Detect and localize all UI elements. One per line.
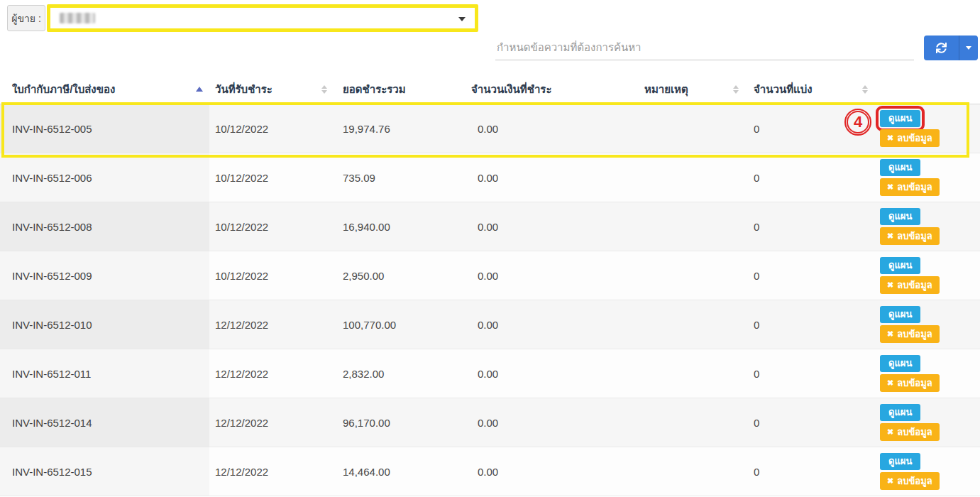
table-header-row: ใบกำกับภาษี/ใบส่งของ วันที่รับชำระ ยอดชำ… (0, 75, 980, 104)
invoice-cell: INV-IN-6512-010 (0, 300, 209, 349)
seller-select-dropdown[interactable] (47, 4, 478, 32)
payment-date-cell: 12/12/2022 (209, 398, 334, 447)
table-row: INV-IN-6512-014 12/12/2022 96,170.00 0.0… (0, 398, 980, 447)
view-plan-button[interactable]: ดูแผน (880, 159, 920, 176)
actions-cell: ดูแผน ✖ ลบข้อมูล (874, 349, 980, 398)
total-amount-cell: 2,832.00 (334, 349, 461, 398)
payment-date-cell: 12/12/2022 (209, 447, 334, 496)
note-cell (635, 447, 745, 496)
sort-both-icon (862, 85, 868, 94)
paid-amount-cell: 0.00 (461, 153, 635, 202)
table-row: INV-IN-6512-005 10/12/2022 19,974.76 0.0… (0, 104, 980, 153)
view-plan-button[interactable]: ดูแผน (880, 453, 920, 470)
x-icon: ✖ (887, 280, 893, 290)
split-count-cell: 0 (745, 398, 874, 447)
payment-date-cell: 12/12/2022 (209, 349, 334, 398)
note-cell (635, 202, 745, 251)
column-header-splits[interactable]: จำนวนที่แบ่ง (745, 75, 874, 104)
note-cell (635, 398, 745, 447)
paid-amount-cell: 0.00 (461, 398, 635, 447)
delete-button[interactable]: ✖ ลบข้อมูล (880, 472, 940, 491)
view-plan-button[interactable]: ดูแผน (880, 404, 920, 421)
delete-button[interactable]: ✖ ลบข้อมูล (880, 374, 940, 393)
refresh-button[interactable] (924, 36, 959, 60)
split-count-cell: 0 (745, 300, 874, 349)
delete-button-label: ลบข้อมูล (897, 182, 932, 193)
column-header-date[interactable]: วันที่รับชำระ (209, 75, 334, 104)
column-header-actions (874, 75, 980, 104)
view-plan-button[interactable]: ดูแผน (880, 110, 920, 127)
sort-both-icon (733, 85, 739, 94)
actions-cell: ดูแผน ✖ ลบข้อมูล (874, 398, 980, 447)
seller-label: ผู้ขาย : (7, 5, 45, 31)
invoice-cell: INV-IN-6512-015 (0, 447, 209, 496)
invoice-cell: INV-IN-6512-014 (0, 398, 209, 447)
column-header-invoice[interactable]: ใบกำกับภาษี/ใบส่งของ (0, 75, 209, 104)
column-header-label: จำนวนเงินที่ชำระ (471, 81, 551, 98)
view-plan-button[interactable]: ดูแผน (880, 355, 920, 372)
caret-down-icon (966, 46, 971, 50)
delete-button[interactable]: ✖ ลบข้อมูล (880, 325, 940, 344)
view-plan-button[interactable]: ดูแผน (880, 306, 920, 323)
note-cell (635, 349, 745, 398)
chevron-down-icon (458, 17, 466, 21)
paid-amount-cell: 0.00 (461, 251, 635, 300)
split-count-cell: 0 (745, 251, 874, 300)
x-icon: ✖ (887, 231, 893, 241)
actions-cell: ดูแผน ✖ ลบข้อมูล (874, 300, 980, 349)
payment-date-cell: 10/12/2022 (209, 153, 334, 202)
step-number: 4 (854, 114, 862, 130)
delete-button[interactable]: ✖ ลบข้อมูล (880, 423, 940, 442)
refresh-icon (936, 43, 947, 53)
delete-button-label: ลบข้อมูล (897, 378, 932, 389)
delete-button-label: ลบข้อมูล (897, 231, 932, 242)
payment-date-cell: 10/12/2022 (209, 104, 334, 153)
invoice-cell: INV-IN-6512-008 (0, 202, 209, 251)
delete-button-label: ลบข้อมูล (897, 427, 932, 438)
actions-cell: ดูแผน ✖ ลบข้อมูล (874, 153, 980, 202)
refresh-dropdown-button[interactable] (959, 36, 978, 60)
note-cell (635, 153, 745, 202)
payment-date-cell: 12/12/2022 (209, 300, 334, 349)
split-count-cell: 0 (745, 202, 874, 251)
delete-button[interactable]: ✖ ลบข้อมูล (880, 178, 940, 197)
search-input[interactable] (495, 34, 914, 60)
x-icon: ✖ (887, 378, 893, 388)
x-icon: ✖ (887, 329, 893, 339)
view-plan-button[interactable]: ดูแผน (880, 208, 920, 225)
view-plan-button[interactable]: ดูแผน (880, 257, 920, 274)
delete-button-label: ลบข้อมูล (897, 133, 932, 144)
column-header-label: ใบกำกับภาษี/ใบส่งของ (12, 81, 115, 98)
invoice-cell: INV-IN-6512-006 (0, 153, 209, 202)
delete-button[interactable]: ✖ ลบข้อมูล (880, 129, 940, 148)
invoice-cell: INV-IN-6512-009 (0, 251, 209, 300)
delete-button[interactable]: ✖ ลบข้อมูล (880, 227, 940, 246)
actions-cell: ดูแผน ✖ ลบข้อมูล (874, 447, 980, 496)
paid-amount-cell: 0.00 (461, 447, 635, 496)
total-amount-cell: 735.09 (334, 153, 461, 202)
column-header-paid[interactable]: จำนวนเงินที่ชำระ (461, 75, 635, 104)
paid-amount-cell: 0.00 (461, 104, 635, 153)
invoice-cell: INV-IN-6512-005 (0, 104, 209, 153)
note-cell (635, 300, 745, 349)
paid-amount-cell: 0.00 (461, 202, 635, 251)
column-header-total[interactable]: ยอดชำระรวม (334, 75, 461, 104)
refresh-button-group (924, 36, 978, 60)
delete-button[interactable]: ✖ ลบข้อมูล (880, 276, 940, 295)
invoice-table: ใบกำกับภาษี/ใบส่งของ วันที่รับชำระ ยอดชำ… (0, 75, 980, 496)
table-row: INV-IN-6512-015 12/12/2022 14,464.00 0.0… (0, 447, 980, 496)
total-amount-cell: 14,464.00 (334, 447, 461, 496)
table-body: INV-IN-6512-005 10/12/2022 19,974.76 0.0… (0, 104, 980, 496)
paid-amount-cell: 0.00 (461, 349, 635, 398)
actions-cell: ดูแผน ✖ ลบข้อมูล (874, 202, 980, 251)
total-amount-cell: 96,170.00 (334, 398, 461, 447)
note-cell (635, 251, 745, 300)
sort-both-icon (321, 85, 327, 94)
x-icon: ✖ (887, 476, 893, 486)
table-row: INV-IN-6512-011 12/12/2022 2,832.00 0.00… (0, 349, 980, 398)
page: ผู้ขาย : ใบกำกับภาษี/ใบส่งของ วันที่รับช… (0, 0, 980, 497)
seller-value-redacted (60, 13, 95, 23)
column-header-note[interactable]: หมายเหตุ (635, 75, 745, 104)
column-header-label: หมายเหตุ (644, 81, 688, 98)
delete-button-label: ลบข้อมูล (897, 476, 932, 487)
